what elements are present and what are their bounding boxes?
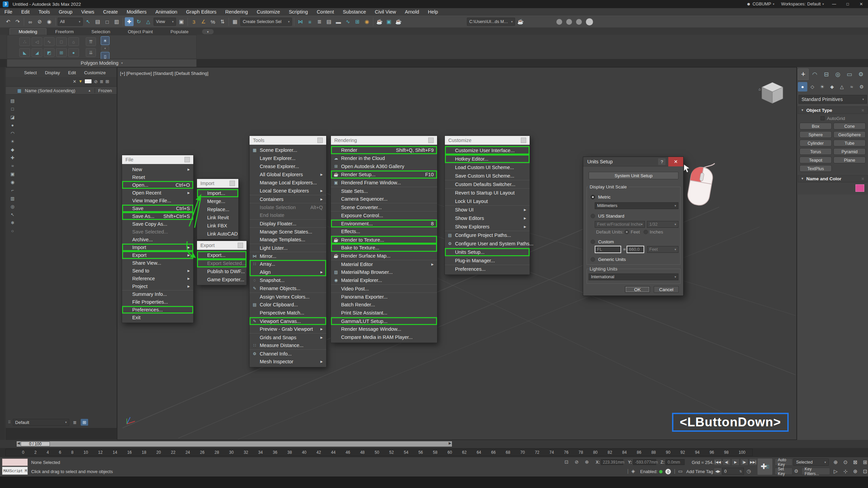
create-tab-icon[interactable]: + bbox=[798, 68, 809, 80]
ribbon-tab-selection[interactable]: Selection bbox=[83, 28, 119, 35]
rendered-frame-window-icon[interactable]: ▣ bbox=[384, 17, 393, 26]
menu-pin-button[interactable] bbox=[230, 181, 235, 186]
custom-value-field[interactable]: 660.0 bbox=[627, 246, 644, 253]
menu-graph-editors[interactable]: Graph Editors bbox=[182, 8, 221, 16]
menu-item-align[interactable]: Align▶ bbox=[250, 268, 326, 276]
window-crossing-icon[interactable]: ▥ bbox=[112, 17, 121, 26]
menu-item-rename-objects[interactable]: ✎Rename Objects... bbox=[250, 284, 326, 292]
maxscript-mini-listener-pink[interactable] bbox=[2, 459, 28, 466]
ribbon-overflow-button[interactable]: ▾ bbox=[202, 29, 214, 34]
menu-item-mesh-inspector[interactable]: Mesh Inspector▶ bbox=[250, 358, 326, 366]
menu-item-new[interactable]: New▶ bbox=[122, 165, 193, 173]
menu-item-customize-user-interface[interactable]: Customize User Interface... bbox=[445, 146, 530, 155]
menu-item-share-view[interactable]: Share View... bbox=[122, 259, 193, 267]
menu-item-assign-vertex-colors[interactable]: Assign Vertex Colors... bbox=[250, 292, 326, 301]
zoom-region-icon[interactable]: ⊞ bbox=[861, 459, 868, 466]
hierarchy-tab-icon[interactable]: ⊟ bbox=[821, 68, 832, 80]
object-color-swatch[interactable] bbox=[855, 184, 864, 192]
ribbon-tab-object-paint[interactable]: Object Paint bbox=[119, 28, 162, 35]
menu-item-material-editor[interactable]: Material Editor▶ bbox=[331, 260, 437, 268]
geometry-icon[interactable]: ● bbox=[798, 82, 807, 92]
snaps-toggle-icon[interactable]: 3 bbox=[190, 17, 198, 26]
previous-key-icon[interactable]: ◀ bbox=[17, 441, 20, 445]
systems-icon[interactable]: ⚙ bbox=[857, 82, 866, 92]
space-warps-icon[interactable]: ≈ bbox=[847, 82, 856, 92]
ribbon-tab-modeling[interactable]: Modeling bbox=[9, 28, 46, 35]
primitive-box-button[interactable]: Box bbox=[800, 123, 832, 129]
menu-create[interactable]: Create bbox=[99, 8, 122, 16]
xrefs-filter-icon[interactable]: ◉ bbox=[8, 179, 17, 186]
menu-item-scene-converter[interactable]: Scene Converter... bbox=[331, 203, 437, 211]
menu-item-game-exporter[interactable]: Game Exporter... bbox=[197, 276, 246, 284]
select-and-link-icon[interactable]: ∞ bbox=[26, 17, 35, 26]
menu-pin-button[interactable] bbox=[317, 138, 323, 143]
generic-units-radio[interactable] bbox=[591, 257, 595, 262]
menu-item-summary-info[interactable]: Summary Info... bbox=[122, 290, 193, 298]
reference-coordinate-dropdown[interactable]: View▾ bbox=[154, 18, 176, 26]
menu-item-manage-scene-states[interactable]: Manage Scene States... bbox=[250, 227, 326, 236]
menu-item-show-explorers[interactable]: Show Explorers▶ bbox=[445, 222, 530, 231]
key-mode-toggle[interactable]: ◀▶ bbox=[714, 468, 722, 475]
display-all-icon[interactable]: ▤ bbox=[8, 97, 17, 104]
menu-item-show-editors[interactable]: Show Editors▶ bbox=[445, 214, 530, 222]
menu-item-crease-explorer[interactable]: Crease Explorer... bbox=[250, 162, 326, 170]
primitive-tube-button[interactable]: Tube bbox=[833, 140, 866, 146]
menu-item-gamma-lut-setup[interactable]: Gamma/LUT Setup... bbox=[331, 317, 437, 325]
viewport-label[interactable]: [+] [Perspective] [Standard] [Default Sh… bbox=[120, 71, 209, 76]
time-configuration-icon[interactable]: ◷ bbox=[747, 468, 751, 474]
project-path-dropdown[interactable]: C:\Users\UI...ds Max 202...▾ bbox=[467, 18, 515, 26]
menu-item-units-setup[interactable]: Units Setup... bbox=[445, 248, 530, 256]
menu-item-array[interactable]: ∷Array... bbox=[250, 260, 326, 268]
menu-item-material-explorer[interactable]: ◉Material Explorer... bbox=[331, 276, 437, 284]
menu-item-show-ui[interactable]: Show UI▶ bbox=[445, 205, 530, 214]
hidden-filter-icon[interactable]: ○ bbox=[8, 227, 17, 235]
menu-item-all-global-explorers[interactable]: All Global Explorers▶ bbox=[250, 170, 326, 179]
menu-item-link-fbx[interactable]: Link FBX bbox=[197, 222, 238, 230]
toggle-ribbon-icon[interactable]: ▬ bbox=[334, 17, 343, 26]
metric-radio[interactable] bbox=[591, 195, 595, 199]
menu-item-compare-media-in-ram-player[interactable]: Compare Media in RAM Player... bbox=[331, 333, 437, 341]
schematic-view-icon[interactable]: ⊞ bbox=[353, 17, 362, 26]
auto-key-button[interactable]: Auto Key bbox=[775, 459, 792, 466]
ribbon-section-polygon-modeling[interactable]: Polygon Modeling▾ bbox=[7, 59, 197, 67]
percent-snap-icon[interactable]: % bbox=[209, 17, 217, 26]
help-button[interactable]: ? bbox=[658, 158, 666, 165]
select-object-icon[interactable]: ↖ bbox=[84, 17, 93, 26]
menu-edit[interactable]: Edit bbox=[17, 8, 34, 16]
unlink-selection-icon[interactable]: ⊘ bbox=[35, 17, 44, 26]
lock-icon[interactable]: ⊘ bbox=[94, 79, 98, 84]
render-preset-a-icon[interactable] bbox=[556, 19, 562, 25]
zoom-extents-icon[interactable]: ⊠ bbox=[851, 459, 860, 466]
pin-stack-icon[interactable]: ✦ bbox=[101, 46, 109, 51]
menu-item-open[interactable]: Open...Ctrl+O bbox=[122, 181, 193, 189]
close-button[interactable]: ✕ bbox=[854, 0, 868, 8]
selection-sets-filter-icon[interactable]: ↖ bbox=[8, 211, 17, 218]
menu-pin-button[interactable] bbox=[428, 138, 434, 143]
add-time-tag[interactable]: Add Time Tag bbox=[686, 469, 713, 474]
set-keys-button[interactable]: ✚⚿ bbox=[757, 458, 773, 475]
select-and-move-icon[interactable]: ✚ bbox=[125, 17, 134, 26]
menu-item-panorama-exporter[interactable]: Panorama Exporter... bbox=[331, 292, 437, 301]
menu-item-environment[interactable]: Environment...8 bbox=[331, 219, 437, 227]
user-account-button[interactable]: ☻ CGBUMP▾ bbox=[743, 0, 778, 8]
ring-selection-icon[interactable]: ⊞ bbox=[56, 48, 67, 57]
rectangular-selection-region-icon[interactable]: □ bbox=[103, 17, 112, 26]
name-and-color-rollout-header[interactable]: ▼ Name and Color ⁙ bbox=[798, 175, 868, 182]
menu-item-publish-to-dwf[interactable]: Publish to DWF... bbox=[197, 267, 246, 276]
us-standard-radio[interactable] bbox=[591, 214, 595, 218]
menu-item-configure-project-paths[interactable]: ▤Configure Project Paths... bbox=[445, 231, 530, 239]
display-none-icon[interactable]: □ bbox=[8, 105, 17, 113]
menu-item-effects[interactable]: Effects... bbox=[331, 227, 437, 236]
selection-region-icon[interactable]: ⊡ bbox=[565, 459, 569, 465]
menu-item-export[interactable]: Export... bbox=[197, 251, 246, 259]
search-input[interactable] bbox=[84, 79, 92, 84]
explorer-preset-dropdown[interactable]: Default▾ bbox=[13, 419, 69, 426]
list-view-icon[interactable]: ≣ bbox=[100, 79, 103, 84]
menu-item-load-custom-ui-scheme[interactable]: Load Custom UI Scheme... bbox=[445, 163, 530, 171]
menu-item-color-clipboard[interactable]: ▤Color Clipboard... bbox=[250, 301, 326, 309]
menu-item-preview-grab-viewport[interactable]: Preview - Grab Viewport▶ bbox=[250, 325, 326, 333]
primitive-textplus-button[interactable]: TextPlus bbox=[800, 165, 832, 172]
material-editor-icon[interactable]: ◉ bbox=[362, 17, 371, 26]
menu-item-exit[interactable]: Exit bbox=[122, 313, 193, 321]
polygon-tool-icon[interactable]: □ bbox=[56, 37, 67, 46]
